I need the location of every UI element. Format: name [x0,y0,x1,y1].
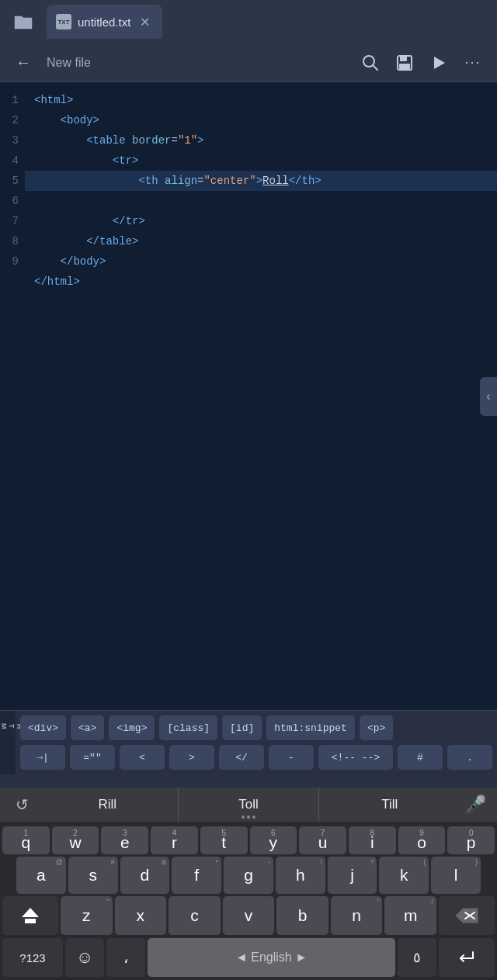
key-h[interactable]: !h [276,857,325,894]
tab-title: untitled.txt [78,16,130,29]
html-toolbar-row1: H T M L <div> <a> <img> [class] [id] htm… [0,711,497,743]
run-button[interactable] [424,48,454,78]
html-toolbar: H T M L <div> <a> <img> [class] [id] htm… [0,710,497,788]
key-f[interactable]: *f [172,857,221,894]
key-j[interactable]: ?j [328,857,377,894]
search-button[interactable] [356,48,385,78]
html-toolbar-row2: →| ="" < > </ - <!-- --> # . [0,743,497,774]
keys-section: 1q 2w 3e 4r 5t 6y 7u 8i 9o 0p @a #s &d *… [0,822,497,980]
side-handle[interactable]: ‹ [480,377,497,416]
html-btn-p[interactable]: <p> [360,715,393,740]
back-button[interactable]: ← [9,49,37,77]
sym-eq-quote[interactable]: ="" [70,745,115,770]
svg-rect-4 [399,64,410,69]
html-label: H T M L [0,711,16,743]
line-numbers: 1 2 3 4 5 6 7 8 9 [0,82,25,710]
html-buttons-row1: <div> <a> <img> [class] [id] html:snippe… [16,711,497,743]
key-n[interactable]: °n [331,896,383,935]
key-a[interactable]: @a [16,857,66,894]
key-r-4[interactable]: 4r [151,826,198,854]
html-btn-img[interactable]: <img> [109,715,155,740]
key-x[interactable]: x [115,896,167,935]
key-p-0[interactable]: 0p [447,826,495,854]
number-row: 1q 2w 3e 4r 5t 6y 7u 8i 9o 0p [2,822,495,854]
key-e-3[interactable]: 3e [101,826,148,854]
key-b[interactable]: b [276,896,328,935]
file-title: New file [40,56,353,70]
editor-area[interactable]: 1 2 3 4 5 6 7 8 9 <html> <body> <table b… [0,82,497,710]
tab-close-button[interactable]: ✕ [137,13,153,31]
key-w-2[interactable]: 2w [52,826,99,854]
space-key[interactable]: ◄ English ► [148,938,395,977]
key-i-8[interactable]: 8i [349,826,396,854]
folder-button[interactable] [6,6,40,37]
svg-line-1 [373,65,377,70]
suggestion-till[interactable]: Till [319,788,460,822]
key-s[interactable]: #s [68,857,118,894]
key-k[interactable]: (k [379,857,429,894]
emoji-key[interactable]: ☺ [65,938,104,977]
key-z[interactable]: "z [61,896,113,935]
suggestion-rill[interactable]: Rill [37,788,178,822]
more-button[interactable]: ··· [458,48,488,78]
key-c[interactable]: c [169,896,221,935]
asdf-row: @a #s &d *f -g !h ?j (k )l [2,857,495,894]
tab-file-icon: TXT [56,14,71,29]
zxcv-row: "z x c v b °n /m [2,896,495,938]
save-button[interactable] [390,48,419,78]
tab-bar: TXT untitled.txt ✕ [0,0,497,43]
key-y-6[interactable]: 6y [250,826,297,854]
key-t-5[interactable]: 5t [200,826,248,854]
key-l[interactable]: )l [431,857,481,894]
bottom-row: ?123 ☺ ، ◄ English ► ٥ [2,938,495,980]
return-key[interactable] [439,938,495,977]
backspace-key[interactable] [439,896,495,935]
svg-rect-3 [400,56,407,61]
html-btn-snippet[interactable]: html:snippet [266,715,355,740]
sym-tab[interactable]: →| [20,745,65,770]
sym-dot[interactable]: . [447,745,492,770]
code-editor[interactable]: <html> <body> <table border="1"> <tr> <t… [25,82,497,710]
toolbar-actions: ··· [356,48,488,78]
html-btn-id[interactable]: [id] [222,715,262,740]
sym-hash[interactable]: # [398,745,443,770]
key-g[interactable]: -g [224,857,273,894]
num-key-button[interactable]: ?123 [2,938,63,977]
tab-item-untitled[interactable]: TXT untitled.txt ✕ [47,5,162,39]
key-o-9[interactable]: 9o [398,826,446,854]
sym-close-tag[interactable]: </ [219,745,264,770]
key-d[interactable]: &d [120,857,170,894]
html-symbols-row: →| ="" < > </ - <!-- --> # . [16,743,497,774]
suggestions-row: ↺ Rill Toll Till 🎤 [0,788,497,822]
html-btn-div[interactable]: <div> [20,715,66,740]
microphone-button[interactable]: 🎤 [460,795,491,815]
key-u-7[interactable]: 7u [299,826,346,854]
sym-comment[interactable]: <!-- --> [318,745,393,770]
keyboard: ↺ Rill Toll Till 🎤 1q 2w 3e 4r 5t 6y 7u … [0,788,497,980]
suggestion-toll[interactable]: Toll [178,788,320,822]
key-v[interactable]: v [223,896,275,935]
sym-gt[interactable]: > [169,745,214,770]
svg-marker-5 [434,57,445,69]
sym-dash[interactable]: - [269,745,314,770]
html-btn-class[interactable]: [class] [159,715,217,740]
toolbar: ← New file ··· [0,43,497,82]
html-btn-a[interactable]: <a> [71,715,104,740]
key-m[interactable]: /m [384,896,436,935]
key-q-1[interactable]: 1q [2,826,50,854]
period-key[interactable]: ٥ [398,938,436,977]
sym-lt[interactable]: < [120,745,165,770]
shift-key[interactable] [2,896,58,935]
comma-key[interactable]: ، [106,938,145,977]
suggestion-reload-button[interactable]: ↺ [6,795,37,814]
